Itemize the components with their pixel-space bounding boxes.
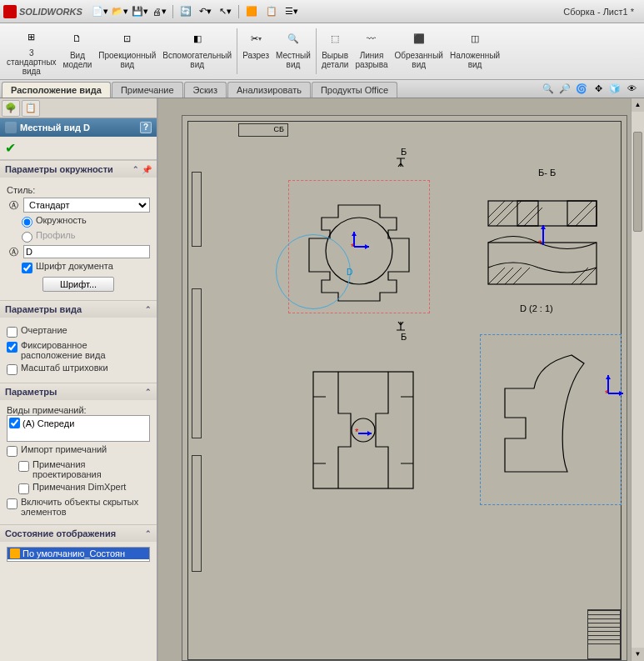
save-button[interactable]: 💾▾ (131, 3, 149, 20)
options-button[interactable]: 🟧 (242, 3, 261, 20)
tab-evaluate[interactable]: Анализировать (227, 82, 311, 98)
crop-view-icon: ⬛ (407, 27, 431, 50)
auxiliary-view-icon: ◧ (186, 27, 209, 50)
scroll-down-icon[interactable]: ▼ (632, 648, 644, 661)
detail-scale-label: D (2 : 1) (520, 303, 553, 313)
print-button[interactable]: 🖨▾ (151, 3, 169, 20)
rebuild-button[interactable]: 🔄 (177, 3, 195, 20)
section-marker-bottom: Б (401, 332, 407, 342)
section-header-view[interactable]: Параметры вида ⌃ (0, 301, 157, 318)
detail-name-input[interactable] (23, 245, 150, 258)
vertical-scrollbar[interactable]: ▲ ▼ (631, 98, 644, 661)
tab-view-layout[interactable]: Расположение вида (2, 82, 111, 98)
section-display-state: Состояние отображения ⌃ По умолчанию_Сос… (0, 524, 157, 567)
zoom-area-icon[interactable]: 🔎 (557, 81, 572, 96)
section-marker-top: Б (401, 147, 407, 157)
ribbon: ⊞3стандартныхвида 🗋Видмодели ⊡Проекционн… (0, 23, 644, 80)
zoom-fit-icon[interactable]: 🔍 (541, 81, 556, 96)
part-detail-d (488, 347, 613, 497)
detail-view-icon: 🔍 (282, 27, 305, 50)
model-view-icon: 🗋 (66, 27, 89, 50)
hatch-scale-checkbox[interactable] (7, 364, 17, 375)
title-bar: SOLIDWORKS 📄▾ 📂▾ 💾▾ 🖨▾ 🔄 ↶▾ ↖▾ 🟧 📋 ☰▾ Сб… (0, 0, 644, 23)
app-logo: SOLIDWORKS (3, 5, 82, 18)
radio-profile[interactable] (22, 232, 32, 243)
zone-ruler (192, 455, 202, 572)
macro-button[interactable]: 📋 (262, 3, 281, 20)
rotate-icon[interactable]: 🌀 (574, 81, 589, 96)
ribbon-crop-view[interactable]: ⬛Обрезанныйвид (392, 25, 447, 78)
svg-text:*: * (605, 388, 609, 397)
import-annotations-checkbox[interactable] (7, 446, 17, 457)
ribbon-3-standard-views[interactable]: ⊞3стандартныхвида (3, 25, 60, 78)
detail-view-header-icon (5, 122, 17, 133)
solidworks-logo-icon (3, 5, 17, 18)
font-button[interactable]: Шрифт... (42, 277, 114, 292)
section-header-params[interactable]: Параметры ⌃ (0, 383, 157, 400)
section-header-display[interactable]: Состояние отображения ⌃ (0, 525, 157, 542)
section-header-circle[interactable]: Параметры окружности ⌃ 📌 (0, 161, 157, 178)
design-annotations-checkbox[interactable] (18, 461, 29, 472)
section-bb-label: Б- Б (538, 168, 556, 178)
drawing-sheet: СБ Б Б- Б D (182, 115, 627, 661)
ribbon-broken-out[interactable]: ⬚Вырывдетали (318, 25, 352, 78)
broken-out-icon: ⬚ (323, 27, 347, 50)
dimxpert-annotations-checkbox[interactable] (18, 483, 29, 494)
detail-circle[interactable] (276, 234, 351, 309)
origin-marker: * (534, 222, 552, 247)
scroll-thumb[interactable] (633, 132, 642, 232)
ribbon-detail-view[interactable]: 🔍Местныйвид (272, 25, 314, 78)
fixed-position-checkbox[interactable] (7, 342, 17, 353)
detail-label-d: D (347, 268, 352, 277)
property-tab[interactable]: 📋 (22, 100, 40, 117)
ribbon-model-view[interactable]: 🗋Видмодели (60, 25, 96, 78)
tab-sketch[interactable]: Эскиз (184, 82, 227, 98)
ribbon-alternate-position[interactable]: ◫Наложенныйвид (447, 25, 503, 78)
help-button[interactable]: ? (140, 122, 152, 133)
section-icon: ✂▾ (244, 27, 267, 50)
select-button[interactable]: ↖▾ (217, 3, 235, 20)
display-state-list[interactable]: По умолчанию_Состоян (7, 547, 150, 562)
confirm-bar: ✔ (0, 137, 157, 160)
outline-checkbox[interactable] (7, 327, 17, 338)
part-section-bb (484, 197, 601, 297)
style-select[interactable]: Стандарт (23, 198, 150, 213)
drawing-canvas[interactable]: ▲ ▼ СБ Б Б- Б (158, 98, 644, 661)
scroll-up-icon[interactable]: ▲ (632, 98, 644, 112)
tab-office[interactable]: Продукты Office (312, 82, 397, 98)
display-state-icon (10, 548, 20, 558)
tab-annotation[interactable]: Примечание (112, 82, 183, 98)
pin-icon[interactable]: 📌 (142, 165, 152, 174)
annotation-views-list[interactable]: (A) Спереди (7, 415, 150, 442)
section-circle-params: Параметры окружности ⌃ 📌 Стиль: Ⓐ Станда… (0, 160, 157, 300)
origin-marker: * (351, 228, 372, 250)
display-style-icon[interactable]: 🧊 (607, 81, 622, 96)
name-icon: Ⓐ (7, 245, 20, 258)
svg-rect-4 (567, 201, 597, 226)
collapse-icon: ⌃ (145, 305, 152, 313)
feature-tree-tab[interactable]: 🌳 (2, 100, 20, 117)
panel-title: Местный вид D (20, 123, 90, 133)
pan-icon[interactable]: ✥ (591, 81, 606, 96)
document-title: Сборка - Лист1 * (563, 7, 634, 17)
alternate-icon: ◫ (463, 27, 487, 50)
hidden-items-checkbox[interactable] (7, 498, 17, 509)
radio-circle[interactable] (22, 217, 32, 228)
ribbon-auxiliary-view[interactable]: ◧Вспомогательныйвид (159, 25, 235, 78)
new-button[interactable]: 📄▾ (91, 3, 109, 20)
ribbon-break-line[interactable]: 〰Линияразрыва (352, 25, 391, 78)
origin-marker: * (605, 372, 627, 397)
svg-text:*: * (351, 242, 355, 250)
doc-font-checkbox[interactable] (22, 263, 32, 273)
front-view-checkbox[interactable] (9, 418, 20, 428)
section-parameters: Параметры ⌃ Виды примечаний: (A) Спереди… (0, 383, 157, 524)
ribbon-section-view[interactable]: ✂▾Разрез (239, 25, 272, 78)
undo-button[interactable]: ↶▾ (197, 3, 215, 20)
panel-header: Местный вид D ? (0, 118, 157, 137)
settings-button[interactable]: ☰▾ (282, 3, 301, 20)
open-button[interactable]: 📂▾ (111, 3, 129, 20)
hide-show-icon[interactable]: 👁 (624, 81, 639, 96)
zone-ruler (192, 172, 202, 247)
ok-button[interactable]: ✔ (5, 141, 16, 155)
ribbon-projected-view[interactable]: ⊡Проекционныйвид (95, 25, 159, 78)
